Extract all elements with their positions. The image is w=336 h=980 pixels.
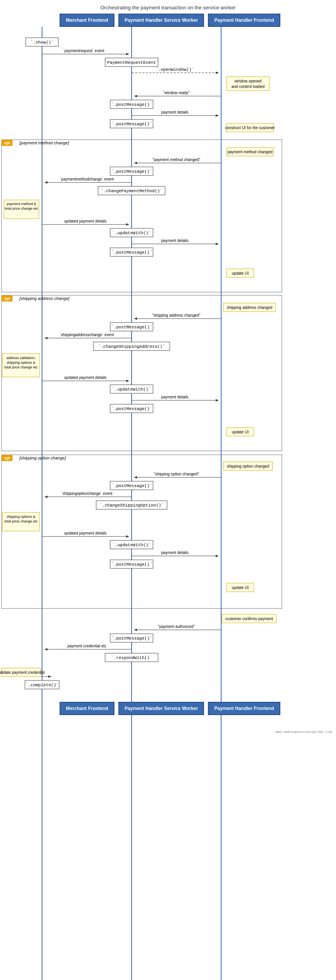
update-with-3-label: `.updateWith()` [112, 543, 151, 547]
opt2-title: [shipping address change] [19, 296, 70, 301]
update-ui-1-label: update UI [232, 271, 248, 275]
respond-with-label: `.respondWith()` [111, 656, 152, 660]
so-changed-label: shipping option changed [227, 464, 269, 468]
sa-changed-label: shipping address changed [227, 305, 273, 310]
pm-event-label: `paymentmethodchange` event [60, 177, 114, 181]
payment-cred-label: payment credential etc [67, 644, 107, 648]
opt2-label: opt [4, 296, 10, 301]
opt3-label: opt [4, 456, 10, 460]
pm-total-line1: payment method & [7, 202, 36, 206]
addr-line2: shipping options & [7, 361, 35, 365]
sa-post-message2-label: `.postMessage()` [111, 407, 152, 411]
opt3-title: [shipping option change] [19, 456, 66, 460]
payment-authorized-label: "payment authorized" [158, 624, 195, 629]
lifeline-sw-header: Payment Handler Service Worker [118, 14, 204, 27]
customer-confirms-label: customer confirms payment [225, 617, 273, 621]
auth-post-message-label: `.postMessage()` [111, 636, 152, 641]
post-message-1-label: `.postMessage()` [111, 102, 152, 107]
addr-line3: total price change etc [4, 365, 38, 369]
diagram-svg: `.show()` `paymentrequest` event `Paymen… [0, 27, 336, 980]
so-options-line1: shipping options & [7, 515, 35, 519]
diagram-container: Orchestrating the payment transaction on… [0, 0, 336, 61]
lifeline-fe-header: Payment Handler Frontend [208, 14, 280, 27]
update-with-1-label: `.updateWith()` [112, 231, 151, 235]
opt1-label: opt [4, 141, 10, 145]
sa-event-label: `shippingaddresschange` event [60, 333, 114, 337]
so-options-line2: total price change etc [4, 519, 38, 523]
page-title: Orchestrating the payment transaction on… [0, 0, 336, 14]
updated-pm-label: updated payment details [64, 219, 107, 223]
window-opened-line2: and content loaded [231, 84, 264, 89]
so-details-label: payment details [161, 550, 188, 555]
pm-changed-label: payment method changed [227, 150, 273, 154]
pm-details-label: payment details [161, 238, 188, 243]
pm-total-line2: total price change etc [5, 207, 38, 210]
window-opened-line1: window opened [234, 79, 262, 83]
validate-cred-label: validate payment credential [0, 670, 45, 675]
change-sa-label: `.changeShippingAddress()` [98, 344, 165, 349]
lifeline-merchant-footer: Merchant Frontend [60, 702, 114, 715]
updated-so-label: updated payment details [64, 531, 107, 535]
update-with-2-label: `.updateWith()` [112, 387, 151, 392]
watermark: www.websequencediagrams.com [0, 729, 336, 734]
lifeline-merchant-header: Merchant Frontend [60, 14, 114, 27]
pm-post-message2-label: `.postMessage()` [111, 250, 152, 255]
update-ui-3-label: update UI [232, 586, 248, 590]
change-pm-label: `.changePaymentMethod()` [101, 189, 162, 193]
so-event-label: `shippingoptionchange` event [61, 491, 112, 496]
updated-sa-label: updated payment details [64, 375, 107, 380]
construct-ui-label: construct UI for the customer [225, 126, 275, 130]
complete-label: `.complete()` [25, 683, 59, 687]
opt1-title: [payment method change] [19, 140, 69, 145]
show-label: `.show()` [30, 40, 53, 45]
so-changed-arrow-label: "shipping option changed" [154, 472, 199, 476]
payment-details-1-label: payment details [161, 110, 188, 114]
window-ready-label: "window ready" [163, 91, 190, 95]
lifeline-sw-footer: Payment Handler Service Worker [118, 702, 204, 715]
addr-line1: address validation, [6, 356, 35, 360]
open-window-label: `.openWindow()` [155, 67, 194, 72]
pm-post-message-label: `.postMessage()` [111, 169, 152, 174]
sa-details-label: payment details [161, 395, 188, 399]
payment-request-event-label: `PaymentRequestEvent` [105, 60, 159, 65]
so-post-message-label: `.postMessage()` [111, 484, 152, 488]
lifeline-footers: Merchant Frontend Payment Handler Servic… [0, 702, 336, 715]
so-post-message2-label: `.postMessage()` [111, 562, 152, 567]
lifeline-headers: Merchant Frontend Payment Handler Servic… [0, 14, 336, 27]
sa-changed-arrow-label: "shipping address changed" [152, 313, 201, 317]
sa-post-message-label: `.postMessage()` [111, 325, 152, 330]
paymentrequest-label: `paymentrequest` event [63, 49, 104, 53]
update-ui-2-label: update UI [232, 430, 248, 434]
pm-changed-arrow-label: "payment method changed" [153, 158, 201, 162]
change-so-label: `.changeShippingOption()` [99, 503, 164, 508]
post-message-2-label: `.postMessage()` [111, 122, 152, 126]
lifeline-fe-footer: Payment Handler Frontend [208, 702, 280, 715]
